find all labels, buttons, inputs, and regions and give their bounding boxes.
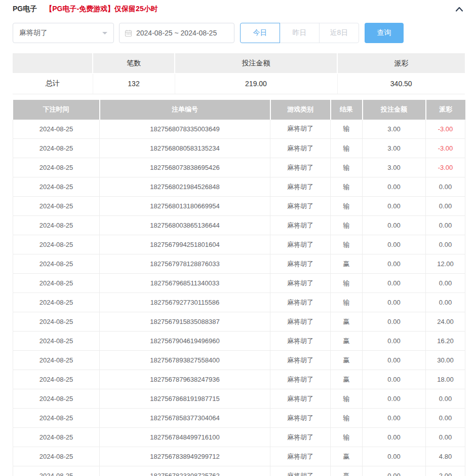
cell-result: 输 <box>331 120 363 139</box>
cell-bet-id: 1827568003865136644 <box>100 216 270 235</box>
summary-total-label: 总计 <box>13 74 93 94</box>
quick-range-today-button[interactable]: 今日 <box>240 23 280 43</box>
betting-records-panel: PG电子 【PG电子-免费游戏】仅保留25小时 麻将胡了 2024-08-25 … <box>0 0 475 476</box>
cell-game-type: 麻将胡了 <box>270 389 331 409</box>
calendar-icon <box>125 29 132 37</box>
cell-result: 赢 <box>331 254 363 274</box>
cell-result: 输 <box>331 197 363 216</box>
records-header-game-type: 游戏类别 <box>270 100 331 120</box>
cell-bet-id: 1827567968511340033 <box>100 274 270 293</box>
cell-result: 输 <box>331 235 363 254</box>
table-row: 2024-08-25 1827567848499716100 麻将胡了 输 0.… <box>13 428 465 447</box>
cell-payout: 0.00 <box>426 409 465 428</box>
cell-bet-time: 2024-08-25 <box>13 466 100 476</box>
filter-bar: 麻将胡了 2024-08-25 ~ 2024-08-25 今日 昨日 近8日 查… <box>13 23 465 43</box>
cell-bet-time: 2024-08-25 <box>13 274 100 293</box>
cell-bet-amount: 3.00 <box>363 158 426 177</box>
quick-range-group: 今日 昨日 近8日 <box>240 23 359 43</box>
cell-bet-amount: 0.00 <box>363 332 426 351</box>
cell-result: 输 <box>331 274 363 293</box>
cell-game-type: 麻将胡了 <box>270 216 331 235</box>
table-row: 2024-08-25 1827568013180669954 麻将胡了 输 0.… <box>13 197 465 216</box>
cell-result: 输 <box>331 428 363 447</box>
cell-bet-time: 2024-08-25 <box>13 235 100 254</box>
summary-table: 笔数 投注金额 派彩 总计 132 219.00 340.50 <box>13 53 465 94</box>
cell-bet-amount: 0.00 <box>363 312 426 332</box>
cell-bet-id: 1827567978128876033 <box>100 254 270 274</box>
records-header-payout: 派彩 <box>426 100 465 120</box>
cell-game-type: 麻将胡了 <box>270 447 331 466</box>
cell-bet-id: 1827568021984526848 <box>100 177 270 197</box>
cell-result: 赢 <box>331 332 363 351</box>
cell-bet-amount: 0.00 <box>363 428 426 447</box>
cell-bet-amount: 0.00 <box>363 216 426 235</box>
cell-bet-time: 2024-08-25 <box>13 370 100 389</box>
retention-notice: 【PG电子-免费游戏】仅保留25小时 <box>45 5 157 14</box>
cell-game-type: 麻将胡了 <box>270 235 331 254</box>
table-row: 2024-08-25 1827567968511340033 麻将胡了 输 0.… <box>13 274 465 293</box>
cell-bet-time: 2024-08-25 <box>13 428 100 447</box>
summary-header-bet-amount: 投注金额 <box>175 53 337 74</box>
cell-payout: 16.20 <box>426 332 465 351</box>
table-row: 2024-08-25 1827568078335003649 麻将胡了 输 3.… <box>13 120 465 139</box>
chevron-down-icon <box>102 32 107 37</box>
table-row: 2024-08-25 1827568021984526848 麻将胡了 输 0.… <box>13 177 465 197</box>
summary-total-payout: 340.50 <box>337 74 465 94</box>
summary-header-empty <box>13 53 93 74</box>
query-button[interactable]: 查询 <box>365 23 404 43</box>
cell-bet-time: 2024-08-25 <box>13 312 100 332</box>
cell-payout: 0.00 <box>426 197 465 216</box>
cell-bet-amount: 0.00 <box>363 293 426 312</box>
cell-bet-time: 2024-08-25 <box>13 293 100 312</box>
cell-payout: 0.00 <box>426 235 465 254</box>
records-tbody: 2024-08-25 1827568078335003649 麻将胡了 输 3.… <box>13 120 465 476</box>
summary-header-payout: 派彩 <box>337 53 465 74</box>
quick-range-last8days-button[interactable]: 近8日 <box>319 23 359 43</box>
cell-game-type: 麻将胡了 <box>270 428 331 447</box>
cell-payout: 0.00 <box>426 293 465 312</box>
cell-payout: 30.00 <box>426 351 465 370</box>
date-range-input[interactable]: 2024-08-25 ~ 2024-08-25 <box>119 23 234 43</box>
cell-bet-id: 1827568013180669954 <box>100 197 270 216</box>
cell-payout: 12.00 <box>426 254 465 274</box>
cell-bet-amount: 3.00 <box>363 120 426 139</box>
chevron-up-icon <box>455 6 464 13</box>
cell-game-type: 麻将胡了 <box>270 312 331 332</box>
records-header-result: 结果 <box>331 100 363 120</box>
table-row: 2024-08-25 1827567927730115586 麻将胡了 输 0.… <box>13 293 465 312</box>
table-row: 2024-08-25 1827567994251801604 麻将胡了 输 0.… <box>13 235 465 254</box>
collapse-panel-button[interactable] <box>454 5 465 14</box>
table-row: 2024-08-25 1827568003865136644 麻将胡了 输 0.… <box>13 216 465 235</box>
game-select-value: 麻将胡了 <box>19 28 48 38</box>
game-select[interactable]: 麻将胡了 <box>13 23 114 43</box>
cell-bet-id: 1827567838949299712 <box>100 447 270 466</box>
table-row: 2024-08-25 1827567838949299712 麻将胡了 赢 0.… <box>13 447 465 466</box>
cell-game-type: 麻将胡了 <box>270 332 331 351</box>
cell-bet-time: 2024-08-25 <box>13 389 100 409</box>
cell-game-type: 麻将胡了 <box>270 254 331 274</box>
cell-result: 赢 <box>331 351 363 370</box>
cell-payout: 0.00 <box>426 389 465 409</box>
panel-header: PG电子 【PG电子-免费游戏】仅保留25小时 <box>13 0 465 17</box>
cell-bet-time: 2024-08-25 <box>13 351 100 370</box>
cell-bet-id: 1827567927730115586 <box>100 293 270 312</box>
cell-payout: 24.00 <box>426 312 465 332</box>
cell-game-type: 麻将胡了 <box>270 139 331 158</box>
cell-game-type: 麻将胡了 <box>270 351 331 370</box>
summary-total-count: 132 <box>93 74 175 94</box>
cell-result: 输 <box>331 177 363 197</box>
table-row: 2024-08-25 1827568080583135234 麻将胡了 输 3.… <box>13 139 465 158</box>
cell-bet-amount: 0.00 <box>363 177 426 197</box>
cell-payout: 18.00 <box>426 370 465 389</box>
cell-bet-id: 1827567994251801604 <box>100 235 270 254</box>
cell-bet-id: 1827567868191987715 <box>100 389 270 409</box>
cell-bet-amount: 0.00 <box>363 466 426 476</box>
cell-result: 输 <box>331 389 363 409</box>
cell-bet-time: 2024-08-25 <box>13 197 100 216</box>
cell-bet-time: 2024-08-25 <box>13 447 100 466</box>
cell-bet-amount: 3.00 <box>363 139 426 158</box>
quick-range-yesterday-button[interactable]: 昨日 <box>280 23 320 43</box>
cell-bet-amount: 0.00 <box>363 447 426 466</box>
cell-result: 输 <box>331 409 363 428</box>
cell-bet-amount: 0.00 <box>363 351 426 370</box>
